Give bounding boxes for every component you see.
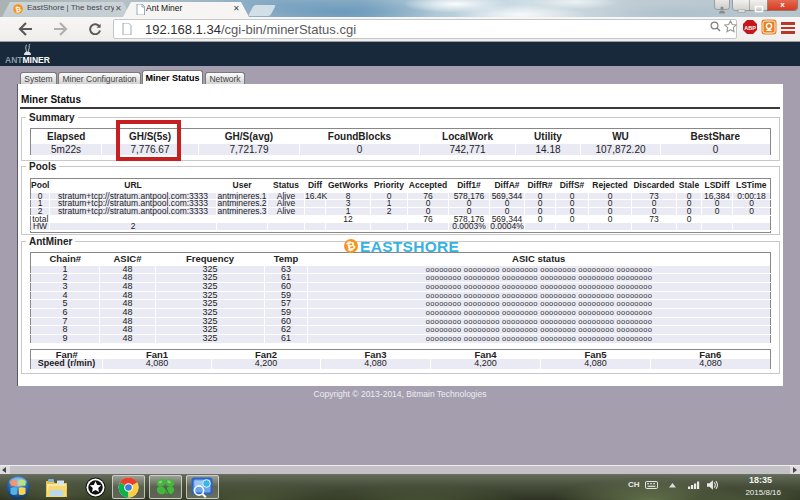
svg-text:EASTSHORE: EASTSHORE (360, 238, 459, 255)
svg-text:ABP: ABP (744, 25, 756, 31)
